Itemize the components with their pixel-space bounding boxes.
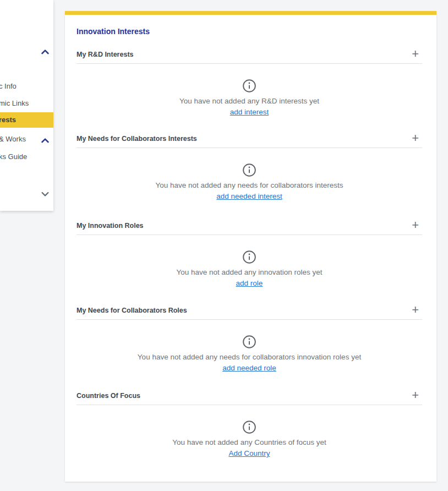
section-header: Countries Of Focus + (77, 392, 422, 405)
empty-state: You have not added any needs for collabo… (77, 163, 422, 200)
empty-message: You have not added any Countries of focu… (172, 438, 326, 447)
section-title: My R&D Interests (77, 51, 134, 59)
add-plus-icon[interactable]: + (412, 50, 419, 58)
info-icon (242, 79, 256, 93)
section-header: My Needs for Collaborators Interests + (77, 135, 422, 148)
innovation-interests-panel: Innovation Interests My R&D Interests + … (65, 11, 436, 482)
screen: c Info mic Links rests & Works ks Guide … (0, 0, 448, 491)
sidebar-item-label: mic Links (0, 100, 29, 107)
add-needed-role-link[interactable]: add needed role (222, 364, 276, 372)
add-plus-icon[interactable]: + (412, 221, 419, 230)
empty-message: You have not added any needs for collabo… (138, 353, 361, 362)
add-plus-icon[interactable]: + (412, 305, 419, 314)
sidebar-item-works-guide[interactable]: ks Guide (0, 153, 53, 161)
chevron-down-icon[interactable] (41, 189, 49, 195)
sidebar-item-label: rests (0, 116, 16, 124)
sidebar-item-interests-active[interactable]: rests (0, 112, 53, 128)
add-country-link[interactable]: Add Country (228, 449, 270, 457)
section-collaborators-roles: My Needs for Collaborators Roles + You h… (77, 307, 422, 372)
section-header: My R&D Interests + (77, 51, 422, 64)
info-icon (242, 420, 256, 434)
sidebar-item-label: ks Guide (0, 153, 27, 161)
section-rd-interests: My R&D Interests + You have not added an… (77, 51, 422, 116)
section-countries-of-focus: Countries Of Focus + You have not added … (77, 392, 422, 457)
add-needed-interest-link[interactable]: add needed interest (216, 192, 282, 200)
info-icon (242, 335, 256, 349)
info-icon (242, 163, 256, 177)
sidebar-item-basic-info[interactable]: c Info (0, 83, 53, 90)
section-title: My Needs for Collaborators Roles (77, 307, 187, 315)
chevron-up-icon[interactable] (41, 47, 49, 52)
profile-sidebar: c Info mic Links rests & Works ks Guide (0, 0, 53, 211)
sidebar-item-label: c Info (0, 83, 17, 90)
sidebar-item-academic-links[interactable]: mic Links (0, 100, 53, 107)
empty-message: You have not added any R&D interests yet (179, 97, 319, 106)
empty-message: You have not added any innovation roles … (176, 268, 322, 277)
chevron-up-icon[interactable] (41, 135, 49, 141)
section-title: My Needs for Collaborators Interests (77, 135, 197, 143)
add-role-link[interactable]: add role (236, 279, 263, 287)
add-plus-icon[interactable]: + (412, 134, 419, 143)
add-plus-icon[interactable]: + (412, 391, 419, 400)
section-header: My Needs for Collaborators Roles + (77, 307, 422, 320)
empty-state: You have not added any R&D interests yet… (77, 79, 422, 116)
empty-message: You have not added any needs for collabo… (156, 181, 343, 190)
section-innovation-roles: My Innovation Roles + You have not added… (77, 222, 422, 287)
sidebar-item-label: & Works (0, 135, 26, 143)
section-title: Countries Of Focus (77, 392, 140, 400)
empty-state: You have not added any innovation roles … (77, 250, 422, 287)
empty-state: You have not added any needs for collabo… (77, 335, 422, 372)
section-collaborators-interests: My Needs for Collaborators Interests + Y… (77, 135, 422, 200)
section-title: My Innovation Roles (77, 222, 144, 230)
add-interest-link[interactable]: add interest (230, 108, 269, 116)
info-icon (242, 250, 256, 264)
empty-state: You have not added any Countries of focu… (77, 420, 422, 457)
page-title: Innovation Interests (77, 27, 150, 36)
section-header: My Innovation Roles + (77, 222, 422, 235)
